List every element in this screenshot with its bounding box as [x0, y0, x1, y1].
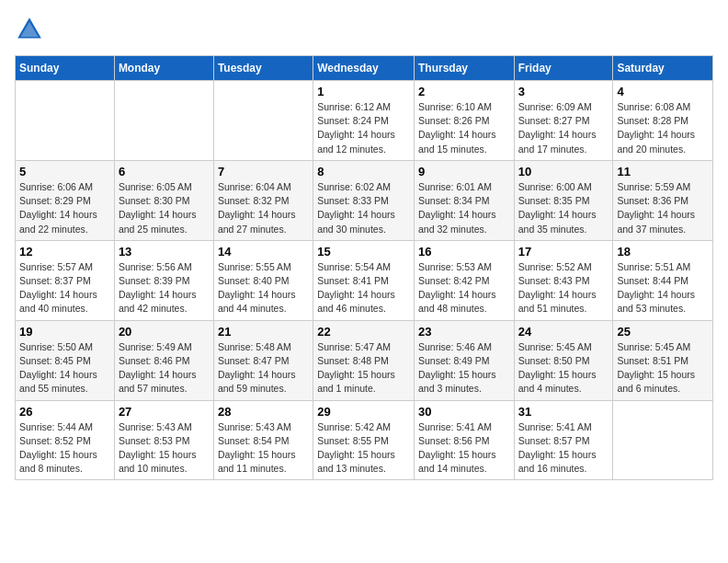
- calendar-cell: 29Sunrise: 5:42 AM Sunset: 8:55 PM Dayli…: [313, 400, 415, 480]
- calendar-cell: 27Sunrise: 5:43 AM Sunset: 8:53 PM Dayli…: [114, 400, 213, 480]
- calendar-cell: 3Sunrise: 6:09 AM Sunset: 8:27 PM Daylig…: [514, 81, 613, 161]
- day-number: 4: [617, 85, 709, 98]
- day-number: 5: [19, 165, 110, 178]
- day-info: Sunrise: 5:48 AM Sunset: 8:47 PM Dayligh…: [218, 340, 309, 396]
- page-header: [15, 15, 713, 44]
- day-info: Sunrise: 5:56 AM Sunset: 8:39 PM Dayligh…: [119, 260, 210, 316]
- day-number: 16: [418, 245, 510, 259]
- day-info: Sunrise: 6:01 AM Sunset: 8:34 PM Dayligh…: [418, 180, 510, 236]
- day-info: Sunrise: 5:49 AM Sunset: 8:46 PM Dayligh…: [119, 340, 210, 396]
- calendar-cell: 10Sunrise: 6:00 AM Sunset: 8:35 PM Dayli…: [514, 160, 613, 240]
- day-number: 6: [119, 165, 210, 178]
- calendar-cell: 5Sunrise: 6:06 AM Sunset: 8:29 PM Daylig…: [16, 160, 115, 240]
- day-number: 19: [19, 325, 110, 339]
- day-number: 9: [418, 165, 510, 178]
- calendar-cell: 22Sunrise: 5:47 AM Sunset: 8:48 PM Dayli…: [313, 320, 415, 400]
- day-info: Sunrise: 5:44 AM Sunset: 8:52 PM Dayligh…: [19, 420, 110, 477]
- day-info: Sunrise: 5:41 AM Sunset: 8:57 PM Dayligh…: [518, 420, 609, 477]
- calendar-cell: 2Sunrise: 6:10 AM Sunset: 8:26 PM Daylig…: [414, 81, 514, 161]
- calendar-table: SundayMondayTuesdayWednesdayThursdayFrid…: [15, 55, 713, 480]
- header-row: SundayMondayTuesdayWednesdayThursdayFrid…: [16, 56, 713, 81]
- day-number: 20: [119, 325, 210, 339]
- day-number: 8: [317, 165, 410, 178]
- day-info: Sunrise: 5:51 AM Sunset: 8:44 PM Dayligh…: [617, 260, 709, 316]
- calendar-cell: 8Sunrise: 6:02 AM Sunset: 8:33 PM Daylig…: [313, 160, 415, 240]
- day-number: 23: [418, 325, 510, 339]
- day-info: Sunrise: 6:06 AM Sunset: 8:29 PM Dayligh…: [19, 180, 110, 236]
- day-number: 11: [617, 165, 709, 178]
- day-number: 3: [518, 85, 609, 98]
- calendar-cell: [613, 400, 713, 480]
- day-info: Sunrise: 6:08 AM Sunset: 8:28 PM Dayligh…: [617, 100, 709, 156]
- day-info: Sunrise: 5:57 AM Sunset: 8:37 PM Dayligh…: [19, 260, 110, 316]
- header-thursday: Thursday: [414, 56, 514, 81]
- day-number: 18: [617, 245, 709, 259]
- calendar-cell: 13Sunrise: 5:56 AM Sunset: 8:39 PM Dayli…: [114, 240, 213, 320]
- calendar-body: 1Sunrise: 6:12 AM Sunset: 8:24 PM Daylig…: [16, 81, 713, 480]
- day-number: 31: [518, 405, 609, 419]
- logo: [15, 15, 48, 44]
- week-row-2: 12Sunrise: 5:57 AM Sunset: 8:37 PM Dayli…: [16, 240, 713, 320]
- calendar-cell: 16Sunrise: 5:53 AM Sunset: 8:42 PM Dayli…: [414, 240, 514, 320]
- day-info: Sunrise: 6:00 AM Sunset: 8:35 PM Dayligh…: [518, 180, 609, 236]
- day-info: Sunrise: 5:43 AM Sunset: 8:53 PM Dayligh…: [119, 420, 210, 477]
- day-info: Sunrise: 5:45 AM Sunset: 8:50 PM Dayligh…: [518, 340, 609, 396]
- day-info: Sunrise: 5:41 AM Sunset: 8:56 PM Dayligh…: [418, 420, 510, 477]
- week-row-4: 26Sunrise: 5:44 AM Sunset: 8:52 PM Dayli…: [16, 400, 713, 480]
- day-info: Sunrise: 5:55 AM Sunset: 8:40 PM Dayligh…: [218, 260, 309, 316]
- day-info: Sunrise: 6:12 AM Sunset: 8:24 PM Dayligh…: [317, 100, 410, 156]
- day-number: 15: [317, 245, 410, 259]
- calendar-cell: 28Sunrise: 5:43 AM Sunset: 8:54 PM Dayli…: [213, 400, 313, 480]
- calendar-cell: 15Sunrise: 5:54 AM Sunset: 8:41 PM Dayli…: [313, 240, 415, 320]
- day-info: Sunrise: 6:05 AM Sunset: 8:30 PM Dayligh…: [119, 180, 210, 236]
- day-number: 1: [317, 85, 410, 98]
- calendar-cell: 12Sunrise: 5:57 AM Sunset: 8:37 PM Dayli…: [16, 240, 115, 320]
- day-number: 30: [418, 405, 510, 419]
- calendar-cell: 11Sunrise: 5:59 AM Sunset: 8:36 PM Dayli…: [613, 160, 713, 240]
- day-number: 27: [119, 405, 210, 419]
- calendar-cell: 1Sunrise: 6:12 AM Sunset: 8:24 PM Daylig…: [313, 81, 415, 161]
- day-info: Sunrise: 5:47 AM Sunset: 8:48 PM Dayligh…: [317, 340, 410, 396]
- calendar-cell: 6Sunrise: 6:05 AM Sunset: 8:30 PM Daylig…: [114, 160, 213, 240]
- calendar-cell: 4Sunrise: 6:08 AM Sunset: 8:28 PM Daylig…: [613, 81, 713, 161]
- logo-icon: [15, 15, 44, 44]
- calendar-cell: 19Sunrise: 5:50 AM Sunset: 8:45 PM Dayli…: [16, 320, 115, 400]
- day-info: Sunrise: 5:46 AM Sunset: 8:49 PM Dayligh…: [418, 340, 510, 396]
- day-number: 17: [518, 245, 609, 259]
- calendar-cell: 9Sunrise: 6:01 AM Sunset: 8:34 PM Daylig…: [414, 160, 514, 240]
- day-number: 12: [19, 245, 110, 259]
- day-number: 2: [418, 85, 510, 98]
- calendar-cell: 24Sunrise: 5:45 AM Sunset: 8:50 PM Dayli…: [514, 320, 613, 400]
- calendar-cell: 26Sunrise: 5:44 AM Sunset: 8:52 PM Dayli…: [16, 400, 115, 480]
- day-info: Sunrise: 5:45 AM Sunset: 8:51 PM Dayligh…: [617, 340, 709, 396]
- calendar-cell: 20Sunrise: 5:49 AM Sunset: 8:46 PM Dayli…: [114, 320, 213, 400]
- day-info: Sunrise: 5:42 AM Sunset: 8:55 PM Dayligh…: [317, 420, 410, 477]
- calendar-cell: 18Sunrise: 5:51 AM Sunset: 8:44 PM Dayli…: [613, 240, 713, 320]
- day-number: 14: [218, 245, 309, 259]
- calendar-cell: 25Sunrise: 5:45 AM Sunset: 8:51 PM Dayli…: [613, 320, 713, 400]
- calendar-cell: [114, 81, 213, 161]
- calendar-cell: 21Sunrise: 5:48 AM Sunset: 8:47 PM Dayli…: [213, 320, 313, 400]
- day-number: 24: [518, 325, 609, 339]
- day-number: 13: [119, 245, 210, 259]
- header-monday: Monday: [114, 56, 213, 81]
- day-info: Sunrise: 5:53 AM Sunset: 8:42 PM Dayligh…: [418, 260, 510, 316]
- week-row-1: 5Sunrise: 6:06 AM Sunset: 8:29 PM Daylig…: [16, 160, 713, 240]
- day-number: 7: [218, 165, 309, 178]
- day-info: Sunrise: 6:10 AM Sunset: 8:26 PM Dayligh…: [418, 100, 510, 156]
- calendar-cell: 14Sunrise: 5:55 AM Sunset: 8:40 PM Dayli…: [213, 240, 313, 320]
- header-sunday: Sunday: [16, 56, 115, 81]
- day-info: Sunrise: 5:59 AM Sunset: 8:36 PM Dayligh…: [617, 180, 709, 236]
- week-row-0: 1Sunrise: 6:12 AM Sunset: 8:24 PM Daylig…: [16, 81, 713, 161]
- day-info: Sunrise: 6:04 AM Sunset: 8:32 PM Dayligh…: [218, 180, 309, 236]
- day-number: 21: [218, 325, 309, 339]
- header-saturday: Saturday: [613, 56, 713, 81]
- day-number: 25: [617, 325, 709, 339]
- calendar-cell: [16, 81, 115, 161]
- day-number: 10: [518, 165, 609, 178]
- day-number: 29: [317, 405, 410, 419]
- calendar-cell: 30Sunrise: 5:41 AM Sunset: 8:56 PM Dayli…: [414, 400, 514, 480]
- day-number: 28: [218, 405, 309, 419]
- calendar-cell: 17Sunrise: 5:52 AM Sunset: 8:43 PM Dayli…: [514, 240, 613, 320]
- calendar-cell: 23Sunrise: 5:46 AM Sunset: 8:49 PM Dayli…: [414, 320, 514, 400]
